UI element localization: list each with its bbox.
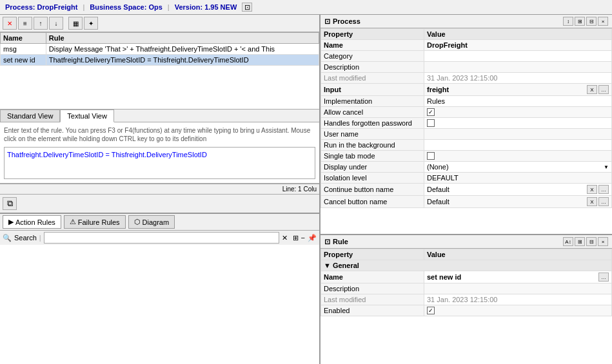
copy-button[interactable]: ⧉	[3, 197, 17, 210]
dropdown-icon[interactable]: ▼	[604, 164, 609, 170]
search-input[interactable]	[44, 232, 279, 244]
prop-label: Input	[321, 84, 424, 96]
rule-close-btn[interactable]: ×	[598, 237, 608, 246]
rule-expand-btn[interactable]: ⊞	[575, 237, 585, 246]
sep1: |	[83, 3, 84, 11]
prop-value	[424, 62, 612, 73]
prop-label: Cancel button name	[321, 196, 424, 208]
rule-section-header: ⊡ Rule A↕ ⊞ ⊟ ×	[321, 235, 612, 249]
rule-text: Thatfreight.DeliveryTimeSlotID = Thisfre…	[7, 151, 207, 158]
rule-panel-icon: ⊡	[324, 238, 330, 246]
prop-label: Last modified	[321, 294, 424, 305]
group-expand-icon[interactable]: ▼	[324, 262, 331, 269]
prop-value	[424, 51, 612, 62]
table-row[interactable]: msgDisplay Message 'That >' + Thatfreigh…	[1, 44, 319, 55]
table-row[interactable]: set new idThatfreight.DeliveryTimeSlotID…	[1, 55, 319, 66]
rule-name-cell: msg	[1, 44, 46, 55]
rule-sort-btn[interactable]: A↕	[563, 237, 573, 246]
process-label: Process: DropFreight	[5, 3, 77, 11]
prop-value	[424, 118, 612, 129]
failure-rules-icon: ⚠	[70, 218, 76, 226]
prop-x-button[interactable]: X	[587, 85, 597, 94]
text-view-content[interactable]: Thatfreight.DeliveryTimeSlotID = Thisfre…	[4, 147, 315, 179]
process-prop-row: PropertyValue	[321, 29, 612, 40]
tab-failure-rules[interactable]: ⚠ Failure Rules	[64, 215, 126, 229]
rules-table: Name Rule msgDisplay Message 'That >' + …	[0, 32, 319, 110]
process-close-btn[interactable]: ×	[598, 17, 608, 26]
prop-label: Handles forgotten password	[321, 118, 424, 129]
checkbox-8[interactable]	[427, 119, 435, 127]
line-info: Line: 1 Colu	[0, 184, 319, 194]
prop-label: Isolation level	[321, 173, 424, 184]
process-prop-row: Display under (None) ▼	[321, 162, 612, 173]
prop-dots-button[interactable]: …	[598, 185, 609, 194]
tab-action-rules[interactable]: ▶ Action Rules	[3, 215, 61, 229]
prop-dots-button[interactable]: …	[598, 197, 609, 206]
tab-diagram[interactable]: ⬡ Diagram	[128, 215, 175, 229]
process-prop-row: Input freight X …	[321, 84, 612, 96]
checkbox-7[interactable]: ✓	[427, 108, 435, 116]
prop-val-text: Default	[427, 198, 586, 206]
prop-val-text: freight	[427, 86, 586, 93]
prop-value: Default X …	[424, 196, 612, 208]
diagram-label: Diagram	[143, 218, 170, 226]
prop-value: DEFAULT	[424, 173, 612, 184]
tab-textual-view[interactable]: Textual View	[60, 110, 114, 122]
prop-value: DropFreight	[424, 40, 612, 51]
tab-standard-view[interactable]: Standard View	[0, 110, 60, 122]
action-rules-icon: ▶	[8, 218, 14, 226]
search-icon: 🔍	[3, 234, 12, 242]
rule-prop-row: ▼ General	[321, 260, 612, 271]
up-button[interactable]: ↑	[34, 17, 48, 30]
col-rule: Rule	[46, 33, 319, 44]
rule-checkbox-5[interactable]: ✓	[427, 307, 435, 314]
process-prop-row: Description	[321, 62, 612, 73]
prop-value: 31 Jan. 2023 12:15:00	[424, 294, 612, 305]
search-pin-icon[interactable]: 📌	[308, 234, 317, 242]
process-sort-btn[interactable]: ↕	[563, 17, 573, 26]
prop-val-text: Default	[427, 186, 586, 193]
process-expand-btn[interactable]: ⊞	[575, 17, 585, 26]
prop-dots-button[interactable]: …	[598, 85, 609, 94]
prop-value: freight X …	[424, 84, 612, 96]
rule-props-scroll: PropertyValue ▼ General Name set new id …	[321, 249, 612, 364]
text-view-help: Enter text of the rule. You can press F3…	[4, 126, 315, 143]
rule-prop-row: PropertyValue	[321, 249, 612, 260]
process-prop-row: Cancel button name Default X …	[321, 196, 612, 208]
line-column-info: Line: 1 Colu	[282, 186, 317, 193]
prop-label: Single tab mode	[321, 151, 424, 162]
rule-collapse-btn[interactable]: ⊟	[586, 237, 597, 246]
checkbox-11[interactable]	[427, 152, 435, 160]
rule-name-cell: set new id	[1, 55, 46, 66]
rule-content-cell: Display Message 'That >' + Thatfreight.D…	[46, 44, 319, 55]
prop-label: Description	[321, 283, 424, 294]
search-close-icon[interactable]: ✕	[282, 234, 288, 242]
calendar-button[interactable]: ▦	[68, 17, 83, 30]
prop-x-button[interactable]: X	[587, 185, 597, 194]
down-button[interactable]: ↓	[49, 17, 63, 30]
settings-button[interactable]: ✦	[84, 17, 98, 30]
prop-x-button[interactable]: X	[587, 197, 597, 206]
prop-dropdown-value[interactable]: (None)	[427, 163, 602, 171]
rule-prop-row: Description	[321, 283, 612, 294]
expand-icon[interactable]: ⊡	[242, 3, 252, 12]
rule-properties-table: PropertyValue ▼ General Name set new id …	[321, 249, 612, 316]
prop-dots-button[interactable]: …	[598, 273, 609, 282]
delete-button[interactable]: ✕	[3, 17, 17, 30]
search-options-icon[interactable]: ⊞	[293, 234, 299, 242]
search-label: Search	[14, 234, 37, 242]
save-button[interactable]: ≡	[18, 17, 32, 30]
version-label: Version: 1.95 NEW	[175, 3, 237, 11]
process-prop-row: Category	[321, 51, 612, 62]
prop-value: set new id …	[424, 271, 612, 283]
prop-label: Name	[321, 271, 424, 283]
process-prop-row: Run in the background	[321, 140, 612, 151]
process-collapse-btn[interactable]: ⊟	[586, 17, 597, 26]
process-props-scroll: PropertyValueNameDropFreightCategoryDesc…	[321, 28, 612, 234]
rule-prop-row: Name set new id …	[321, 271, 612, 283]
process-prop-row: Isolation levelDEFAULT	[321, 173, 612, 184]
action-rules-label: Action Rules	[15, 218, 55, 226]
failure-rules-label: Failure Rules	[78, 218, 120, 226]
prop-value: (None) ▼	[424, 162, 612, 173]
search-collapse-icon[interactable]: −	[301, 234, 305, 242]
